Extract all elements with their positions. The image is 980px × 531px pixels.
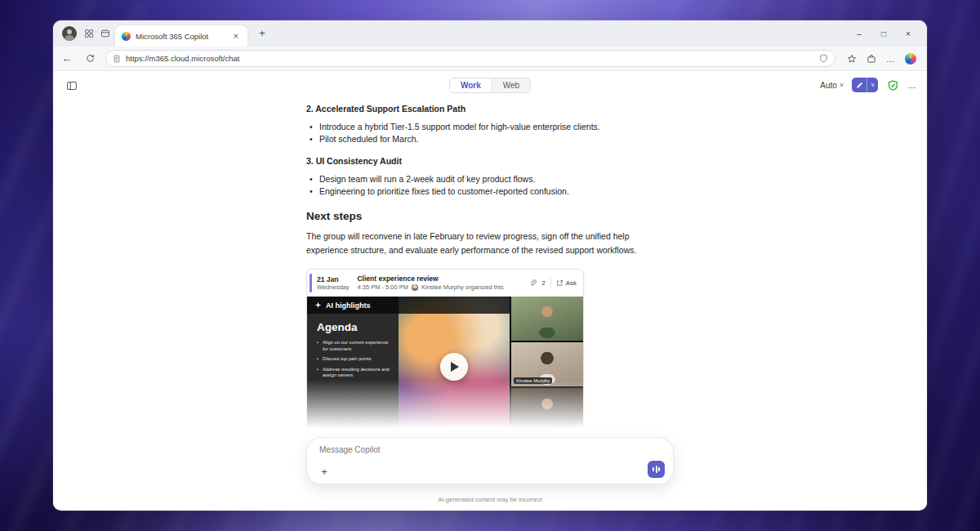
workspaces-icon[interactable] — [82, 27, 96, 40]
next-steps-heading: Next steps — [306, 210, 690, 222]
add-attachment-button[interactable]: + — [318, 465, 331, 478]
window-controls: – □ × — [847, 20, 920, 47]
slide-artwork — [399, 297, 510, 432]
ai-highlights-label: AI highlights — [326, 301, 371, 310]
appbar-actions: Auto ∨ ∨ … — [820, 78, 917, 92]
section-heading: 3. UI Consistency Audit — [306, 156, 690, 166]
bullet-item: Design team will run a 2-week audit of k… — [310, 173, 690, 185]
ai-highlights-badge: AI highlights — [307, 297, 510, 314]
meeting-info: Client experience review 4:35 PM - 5:00 … — [357, 274, 521, 292]
meeting-meta: 4:35 PM - 5:00 PM Kinslee Murphy organiz… — [357, 283, 521, 292]
slide-title: Agenda — [317, 321, 390, 333]
more-options-icon[interactable]: … — [907, 80, 917, 90]
edge-copilot-icon[interactable] — [902, 51, 919, 67]
message-composer[interactable]: + — [306, 437, 674, 484]
browser-settings-icon[interactable]: … — [883, 51, 899, 67]
chevron-down-icon: ∨ — [840, 82, 844, 88]
auto-model-selector[interactable]: Auto ∨ — [820, 81, 844, 90]
sparkle-icon — [314, 301, 322, 309]
slide-bullet: Discuss top pain points — [317, 356, 392, 363]
tab-actions-icon[interactable] — [99, 27, 112, 40]
slide-text-panel: Agenda Align on our current experience f… — [307, 297, 399, 432]
voice-send-button[interactable] — [648, 461, 665, 478]
work-web-toggle: Work Web — [449, 78, 531, 93]
bullet-list: Introduce a hybrid Tier-1.5 support mode… — [310, 121, 690, 145]
participant-video-tile — [511, 297, 583, 341]
bullet-item: Pilot scheduled for March. — [310, 133, 690, 145]
slide-bullet: Address resulting decisions and assign o… — [317, 367, 392, 379]
participant-strip: Kinslee Murphy — [510, 297, 583, 432]
ask-label: Ask — [566, 279, 577, 287]
divider — [550, 278, 551, 288]
meeting-card-header: 21 Jan Wednesday Client experience revie… — [307, 270, 583, 297]
tab-work[interactable]: Work — [450, 78, 492, 92]
calendar-accent-bar — [310, 274, 312, 292]
copilot-favicon-icon — [122, 32, 131, 41]
toolbar-icons: … — [844, 51, 919, 67]
copilot-app: Work Web Auto ∨ ∨ … — [53, 71, 927, 510]
video-slide-area: AI highlights Agenda Align on our curren… — [307, 297, 510, 432]
bullet-item: Introduce a hybrid Tier-1.5 support mode… — [310, 121, 690, 133]
next-steps-paragraph: The group will reconvene in late Februar… — [306, 230, 672, 257]
new-chat-split-button[interactable]: ∨ — [852, 78, 878, 92]
meeting-video-player[interactable]: AI highlights Agenda Align on our curren… — [307, 297, 583, 432]
sidebar-toggle-icon[interactable] — [64, 78, 80, 94]
meeting-title: Client experience review — [357, 274, 521, 283]
tab-title: Microsoft 365 Copilot — [136, 32, 226, 41]
new-tab-button[interactable]: + — [256, 27, 269, 40]
meeting-card[interactable]: 21 Jan Wednesday Client experience revie… — [306, 269, 584, 433]
meeting-date-weekday: Wednesday — [317, 283, 349, 291]
browser-profile-avatar[interactable] — [62, 26, 77, 41]
slide-bullet-list: Align on our current experience for cust… — [317, 340, 392, 379]
attachment-count: 2 — [541, 279, 545, 287]
meeting-organizer: Kinslee Murphy organized this — [421, 283, 503, 292]
paperclip-icon[interactable] — [529, 279, 537, 287]
protected-shield-icon[interactable] — [886, 78, 899, 91]
browser-tab[interactable]: Microsoft 365 Copilot × — [115, 25, 247, 47]
favorites-star-icon[interactable] — [844, 51, 860, 67]
ask-button[interactable]: Ask — [556, 279, 577, 287]
bullet-item: Engineering to prioritize fixes tied to … — [310, 185, 690, 198]
meeting-date-day: 21 Jan — [317, 275, 349, 284]
copilot-app-bar: Work Web Auto ∨ ∨ … — [53, 71, 927, 100]
ai-disclaimer: AI-generated content may be incorrect — [306, 496, 674, 503]
browser-tab-strip: Microsoft 365 Copilot × + – □ × — [53, 20, 927, 47]
meeting-time: 4:35 PM - 5:00 PM — [357, 283, 408, 292]
meeting-date: 21 Jan Wednesday — [317, 275, 349, 292]
maximize-button[interactable]: □ — [871, 24, 896, 43]
new-chat-dropdown-icon[interactable]: ∨ — [867, 78, 878, 92]
slide-bullet: Align on our current experience for cust… — [317, 340, 392, 352]
participant-video-tile: Kinslee Murphy — [511, 342, 583, 386]
page-icon — [113, 55, 121, 63]
site-permissions-icon[interactable] — [819, 54, 828, 63]
back-button[interactable]: ← — [58, 50, 76, 68]
new-chat-pencil-icon[interactable] — [852, 78, 867, 92]
tab-web[interactable]: Web — [492, 78, 530, 92]
chat-transcript: 2. Accelerated Support Escalation Path I… — [306, 104, 690, 433]
minimize-button[interactable]: – — [847, 24, 871, 43]
url-text: https://m365.cloud.microsoft/chat — [126, 54, 814, 63]
message-input[interactable] — [319, 445, 564, 454]
meeting-actions: 2 Ask — [529, 278, 577, 288]
refresh-button[interactable] — [81, 50, 99, 68]
play-button[interactable] — [440, 353, 468, 381]
browser-toolbar: ← https://m365.cloud.microsoft/chat … — [53, 47, 927, 71]
share-icon — [556, 279, 564, 287]
browser-window: Microsoft 365 Copilot × + – □ × ← https:… — [53, 20, 927, 511]
participant-video-tile — [511, 388, 583, 432]
bullet-list: Design team will run a 2-week audit of k… — [310, 173, 690, 198]
extensions-icon[interactable] — [863, 51, 880, 67]
organizer-avatar — [412, 284, 418, 291]
section-heading: 2. Accelerated Support Escalation Path — [306, 104, 690, 114]
participant-name-chip: Kinslee Murphy — [514, 377, 552, 384]
close-button[interactable]: × — [896, 24, 920, 43]
address-bar[interactable]: https://m365.cloud.microsoft/chat — [105, 50, 835, 67]
tab-close-icon[interactable]: × — [231, 31, 241, 42]
auto-label: Auto — [820, 81, 837, 90]
